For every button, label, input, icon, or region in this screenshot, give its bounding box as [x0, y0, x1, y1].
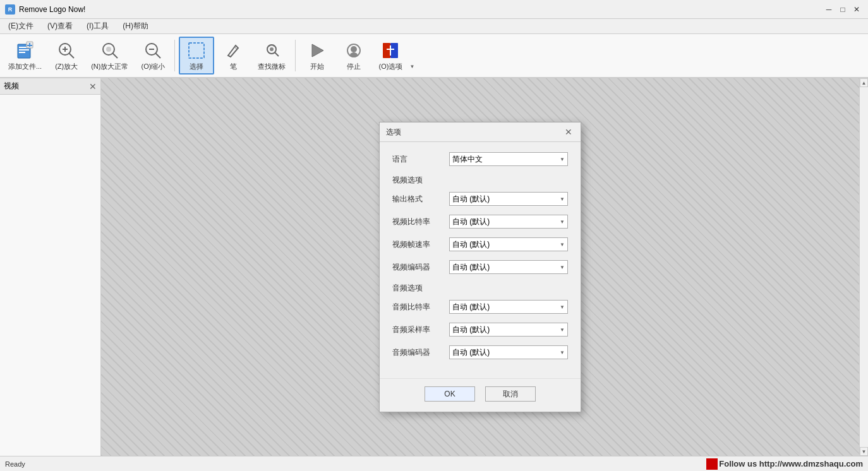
toolbar-pen[interactable]: 笔: [215, 37, 251, 75]
watermark-red-block: [706, 458, 718, 470]
svg-point-24: [351, 46, 357, 52]
svg-point-25: [350, 52, 358, 57]
app-icon: R: [5, 4, 15, 15]
toolbar-zoom-in[interactable]: (Z)放大: [49, 37, 84, 75]
find-logo-label: 查找微标: [258, 62, 286, 71]
audio-encoder-select[interactable]: 自动 (默认) ▼: [449, 345, 568, 359]
video-framerate-select[interactable]: 自动 (默认) ▼: [449, 237, 568, 251]
dialog-close-button[interactable]: ✕: [563, 126, 574, 138]
output-format-value: 自动 (默认): [452, 194, 490, 205]
zoom-in-icon: [56, 40, 76, 61]
toolbar-find-logo[interactable]: 查找微标: [252, 37, 291, 75]
status-bar: Ready Follow us http://www.dmzshaqu.com: [0, 456, 868, 471]
watermark-url: Follow us http://www.dmzshaqu.com: [719, 459, 863, 468]
title-bar-controls: ─ □ ✕: [823, 3, 863, 16]
toolbar-zoom-out[interactable]: (O)缩小: [135, 37, 171, 75]
dialog-body: 语言 简体中文 ▼ 视频选项 输出格式 自动 (默认) ▼: [380, 142, 581, 378]
video-section-label: 视频选项: [392, 175, 568, 186]
dialog-footer: OK 取消: [380, 378, 581, 412]
video-bitrate-row: 视频比特率 自动 (默认) ▼: [392, 215, 568, 229]
video-bitrate-select[interactable]: 自动 (默认) ▼: [449, 215, 568, 229]
menu-help[interactable]: (H)帮助: [117, 19, 154, 33]
toolbar-options[interactable]: (O)选项: [373, 37, 408, 75]
language-row: 语言 简体中文 ▼: [392, 152, 568, 166]
language-arrow: ▼: [560, 157, 565, 162]
select-label: 选择: [190, 62, 203, 71]
svg-line-21: [275, 52, 279, 56]
status-text: Ready: [5, 460, 25, 468]
dialog-ok-button[interactable]: OK: [425, 386, 475, 402]
menu-tools[interactable]: (I)工具: [81, 19, 114, 33]
main-area: 视频 ✕ 选项 ✕ 语言 简体中文 ▼: [0, 78, 868, 456]
start-label: 开始: [310, 62, 324, 71]
audio-encoder-label: 音频编码器: [392, 347, 449, 358]
audio-samplerate-label: 音频采样率: [392, 325, 449, 335]
output-format-select[interactable]: 自动 (默认) ▼: [449, 192, 568, 206]
toolbar-more[interactable]: ▼: [409, 37, 418, 75]
right-scrollbar: ▲ ▼: [859, 78, 868, 456]
toolbar-zoom-normal[interactable]: (N)放大正常: [85, 37, 134, 75]
scroll-track: [860, 87, 868, 447]
menu-view[interactable]: (V)查看: [42, 19, 78, 33]
minimize-button[interactable]: ─: [823, 3, 835, 16]
zoom-normal-icon: [100, 40, 120, 61]
dialog-titlebar: 选项 ✕: [380, 122, 581, 142]
toolbar-stop[interactable]: 停止: [336, 37, 371, 75]
video-framerate-label: 视频帧速率: [392, 239, 449, 250]
svg-marker-22: [312, 44, 323, 57]
output-format-row: 输出格式 自动 (默认) ▼: [392, 192, 568, 206]
menu-file[interactable]: (E)文件: [3, 19, 39, 33]
audio-bitrate-label: 音频比特率: [392, 302, 449, 313]
video-encoder-select[interactable]: 自动 (默认) ▼: [449, 260, 568, 274]
audio-samplerate-select[interactable]: 自动 (默认) ▼: [449, 323, 568, 337]
toolbar-start[interactable]: 开始: [299, 37, 335, 75]
video-bitrate-value: 自动 (默认): [452, 217, 490, 227]
maximize-button[interactable]: □: [836, 3, 849, 16]
select-icon: [186, 40, 207, 61]
add-file-label: 添加文件...: [8, 62, 42, 71]
audio-bitrate-value: 自动 (默认): [452, 302, 490, 313]
language-label: 语言: [392, 154, 449, 165]
stop-icon: [344, 40, 364, 61]
toolbar-separator-2: [295, 40, 296, 71]
zoom-out-icon: [143, 40, 163, 61]
video-framerate-row: 视频帧速率 自动 (默认) ▼: [392, 237, 568, 251]
close-button[interactable]: ✕: [850, 3, 863, 16]
pen-label: 笔: [230, 62, 237, 71]
toolbar: 添加文件... (Z)放大 (N)放大正常: [0, 34, 868, 78]
svg-point-13: [106, 47, 111, 52]
svg-rect-6: [27, 45, 32, 46]
zoom-normal-label: (N)放大正常: [91, 62, 128, 71]
panel-close-button[interactable]: ✕: [89, 82, 97, 91]
watermark-area: Follow us http://www.dmzshaqu.com: [706, 458, 863, 470]
video-encoder-row: 视频编码器 自动 (默认) ▼: [392, 260, 568, 274]
svg-line-8: [69, 53, 74, 58]
svg-line-12: [112, 53, 118, 58]
svg-line-15: [155, 53, 160, 58]
dialog-title: 选项: [386, 127, 401, 138]
audio-bitrate-row: 音频比特率 自动 (默认) ▼: [392, 300, 568, 314]
toolbar-select[interactable]: 选择: [179, 37, 214, 75]
canvas-area: 选项 ✕ 语言 简体中文 ▼ 视频选项: [101, 78, 859, 456]
language-select[interactable]: 简体中文 ▼: [449, 152, 568, 166]
video-bitrate-label: 视频比特率: [392, 217, 449, 227]
video-encoder-label: 视频编码器: [392, 262, 449, 273]
dialog-cancel-button[interactable]: 取消: [485, 386, 536, 402]
start-icon: [307, 40, 327, 61]
svg-rect-26: [383, 43, 390, 58]
audio-section-label: 音频选项: [392, 283, 568, 294]
toolbar-add-file[interactable]: 添加文件...: [3, 37, 47, 75]
video-encoder-value: 自动 (默认): [452, 262, 490, 273]
title-bar-left: R Remove Logo Now!: [5, 4, 85, 15]
find-logo-icon: [262, 40, 282, 61]
pen-icon: [223, 40, 243, 61]
audio-encoder-row: 音频编码器 自动 (默认) ▼: [392, 345, 568, 359]
scroll-up-arrow[interactable]: ▲: [860, 78, 868, 87]
zoom-in-label: (Z)放大: [55, 62, 78, 71]
language-value: 简体中文: [452, 154, 483, 165]
svg-point-20: [270, 47, 274, 51]
toolbar-separator-1: [174, 40, 175, 71]
audio-bitrate-select[interactable]: 自动 (默认) ▼: [449, 300, 568, 314]
scroll-down-arrow[interactable]: ▼: [860, 447, 868, 456]
svg-rect-27: [390, 43, 398, 58]
